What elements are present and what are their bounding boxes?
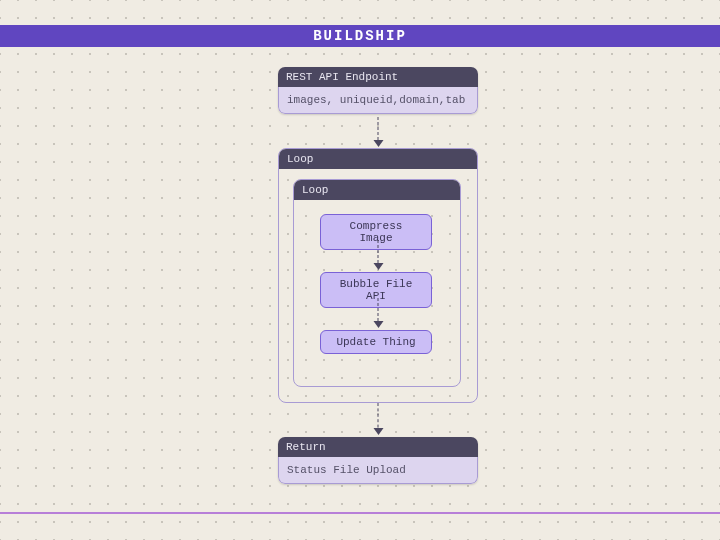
workflow-canvas: REST API Endpoint images, uniqueid,domai…	[0, 47, 720, 540]
step-label: Bubble File API	[340, 278, 413, 302]
node-title: REST API Endpoint	[278, 67, 478, 87]
horizontal-accent-line	[0, 512, 720, 514]
node-rest-endpoint[interactable]: REST API Endpoint images, uniqueid,domai…	[278, 67, 478, 114]
step-label: Update Thing	[336, 336, 415, 348]
node-compress-image[interactable]: Compress Image	[320, 214, 432, 250]
node-params: images, uniqueid,domain,tab	[278, 87, 478, 114]
arrow-connector	[378, 403, 379, 433]
app-title: BUILDSHIP	[313, 28, 407, 44]
node-body: Status File Upload	[278, 457, 478, 484]
node-loop-inner[interactable]: Loop Compress Image Bubble File API Upda…	[293, 179, 461, 387]
arrow-connector	[378, 117, 379, 145]
app-header: BUILDSHIP	[0, 25, 720, 47]
loop-outer-title: Loop	[279, 149, 477, 169]
node-return[interactable]: Return Status File Upload	[278, 437, 478, 484]
step-label: Compress Image	[350, 220, 403, 244]
arrow-connector	[378, 298, 379, 326]
arrow-connector	[378, 240, 379, 268]
node-bubble-file-api[interactable]: Bubble File API	[320, 272, 432, 308]
node-title: Return	[278, 437, 478, 457]
node-update-thing[interactable]: Update Thing	[320, 330, 432, 354]
loop-inner-title: Loop	[294, 180, 460, 200]
node-loop-outer[interactable]: Loop Loop Compress Image Bubble File API…	[278, 148, 478, 403]
